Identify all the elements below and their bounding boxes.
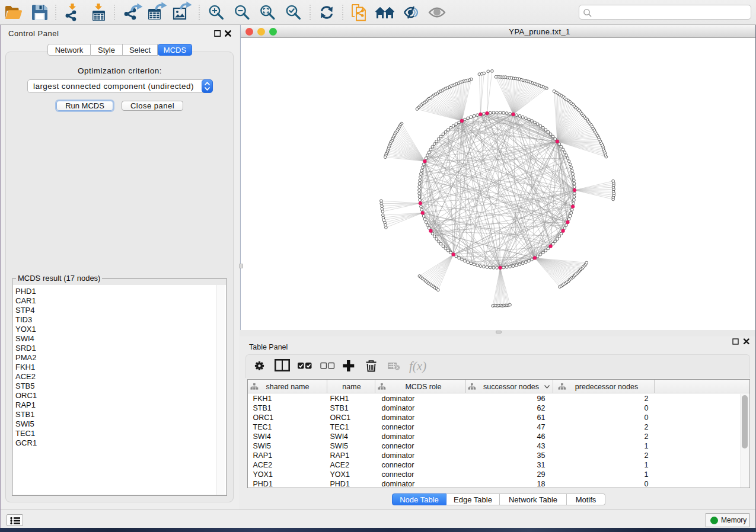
svg-text:predecessor nodes: predecessor nodes <box>575 383 637 391</box>
svg-text:MCDS role: MCDS role <box>405 383 441 391</box>
svg-text:f(x): f(x) <box>409 359 426 373</box>
svg-text:successor nodes: successor nodes <box>483 383 539 391</box>
svg-text:name: name <box>342 383 361 391</box>
svg-text:shared name: shared name <box>266 383 309 391</box>
